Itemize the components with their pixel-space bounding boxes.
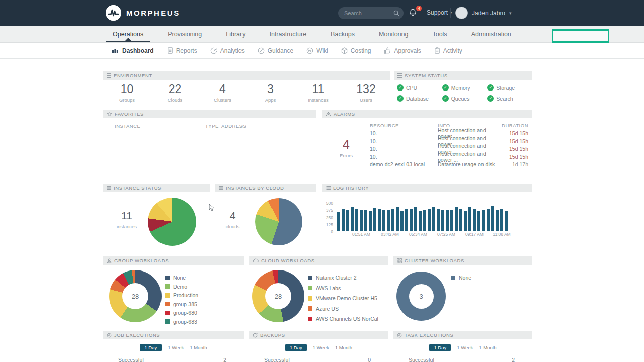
notifications-button[interactable]: 4	[409, 8, 420, 19]
tab-library[interactable]: Library	[219, 26, 252, 42]
stat-instances[interactable]: 11Instances	[294, 82, 342, 103]
log-bar	[482, 210, 485, 231]
y-tick-label: 125	[322, 222, 333, 227]
legend-item-nutanix-cluster-2[interactable]: Nutanix Cluster 2	[308, 275, 378, 281]
toggle-1-week[interactable]: 1 Week	[168, 345, 184, 350]
subnav-item-dashboard[interactable]: Dashboard	[112, 47, 154, 54]
subnav-item-costing[interactable]: Costing	[341, 47, 371, 54]
check-icon: ✓	[442, 95, 449, 102]
subnav-item-activity[interactable]: Activity	[434, 47, 462, 54]
stat-apps[interactable]: 3Apps	[247, 82, 294, 103]
log-bar	[432, 207, 435, 231]
legend-item-none[interactable]: None	[451, 275, 471, 281]
tab-label: Provisioning	[168, 31, 202, 38]
stat-groups[interactable]: 10Groups	[103, 82, 151, 103]
cloud-workloads-donut-chart[interactable]: 28	[252, 270, 304, 322]
alarms-panel-header: ALARMS	[322, 110, 532, 118]
morpheus-dashboard: MORPHEUS 4 Support ▾ Jaden Jabro ▾ Opera…	[0, 0, 644, 362]
panel-title: BACKUPS	[260, 332, 285, 338]
legend-item-vmware-demo-cluster-h5[interactable]: VMware Demo Cluster H5	[308, 295, 378, 301]
instance-status-pie-chart[interactable]	[148, 198, 196, 246]
legend-item-group-385[interactable]: group-385	[165, 301, 198, 307]
toggle-1-day[interactable]: 1 Day	[140, 344, 162, 351]
tab-monitoring[interactable]: Monitoring	[372, 26, 415, 42]
log-bar	[477, 211, 480, 231]
tab-administration[interactable]: Administration	[464, 26, 518, 42]
stat-label: Clouds	[151, 97, 199, 103]
legend-item-demo[interactable]: Demo	[165, 284, 198, 290]
tab-provisioning[interactable]: Provisioning	[160, 26, 209, 42]
legend-item-group-680[interactable]: group-680	[165, 310, 198, 316]
morpheus-logo[interactable]: MORPHEUS	[106, 5, 180, 21]
toggle-1-month[interactable]: 1 Month	[190, 345, 207, 350]
subnav-item-analytics[interactable]: Analytics	[210, 47, 245, 54]
legend-label: Nutanix Cluster 2	[316, 275, 357, 281]
legend-item-none[interactable]: None	[165, 275, 198, 281]
toggle-1-week[interactable]: 1 Week	[457, 345, 473, 350]
log-history-panel-title: LOG HISTORY	[333, 185, 369, 191]
subnav-item-guidance[interactable]: Guidance	[258, 47, 293, 54]
instance-status-panel-title: INSTANCE STATUS	[114, 185, 162, 191]
legend-label: group-385	[173, 301, 197, 307]
tab-operations[interactable]: Operations	[106, 26, 150, 42]
subnav-item-label: Dashboard	[122, 47, 154, 54]
search-input[interactable]	[344, 10, 393, 16]
stat-clouds[interactable]: 22Clouds	[151, 82, 199, 103]
alarm-info: Host connection and power ...	[438, 151, 499, 163]
stat-users[interactable]: 132Users	[342, 82, 390, 103]
subnav-item-reports[interactable]: Reports	[167, 47, 197, 54]
wiki-icon	[306, 47, 313, 54]
toggle-1-month[interactable]: 1 Month	[335, 345, 352, 350]
legend-swatch	[165, 319, 170, 324]
instances-by-cloud-pie-chart[interactable]	[255, 198, 302, 245]
legend-label: Demo	[173, 284, 187, 290]
toggle-1-day[interactable]: 1 Day	[285, 344, 307, 351]
legend-item-aws-channels-us-norcal[interactable]: AWS Channels US NorCal	[308, 316, 378, 322]
legend-label: group-680	[173, 310, 197, 316]
subnav-item-approvals[interactable]: Approvals	[384, 47, 421, 54]
favorites-panel-title: FAVORITES	[115, 111, 144, 117]
legend-label: group-683	[173, 319, 197, 325]
alarm-error-label: Errors	[336, 153, 356, 158]
group-workloads-donut-chart[interactable]: 28	[109, 270, 162, 322]
warning-icon	[326, 111, 331, 117]
cluster-workloads-donut-chart[interactable]: 3	[396, 272, 446, 321]
alarms-table: RESOURCEINFODURATION10.Host connection a…	[370, 122, 528, 168]
star-icon	[107, 111, 112, 117]
legend-item-azure-us[interactable]: Azure US	[308, 306, 378, 312]
subnav-item-label: Approvals	[394, 47, 421, 54]
legend-swatch	[451, 276, 455, 280]
alarm-row[interactable]: demo-dc2-esxi-03-localDatastore usage on…	[370, 161, 528, 169]
stat-clusters[interactable]: 4Clusters	[199, 82, 247, 103]
toggle-1-month[interactable]: 1 Month	[479, 345, 496, 350]
environment-stats: 10Groups22Clouds4Clusters3Apps11Instance…	[103, 82, 390, 103]
toggle-1-week[interactable]: 1 Week	[313, 345, 329, 350]
support-menu[interactable]: Support ▾	[427, 9, 452, 16]
legend-item-group-683[interactable]: group-683	[165, 319, 198, 325]
costing-icon	[341, 47, 348, 54]
tab-infrastructure[interactable]: Infrastructure	[262, 26, 313, 42]
cloud-workloads-legend: Nutanix Cluster 2AWS LabsVMware Demo Clu…	[308, 275, 378, 322]
log-bar	[496, 210, 499, 231]
search-box[interactable]	[338, 7, 404, 19]
cluster-workloads-panel-header: CLUSTER WORKLOADS	[393, 256, 532, 265]
instances-by-cloud-panel: INSTANCES BY CLOUD 4 clouds	[215, 184, 316, 251]
result-value: 2	[512, 357, 515, 362]
toggle-1-day[interactable]: 1 Day	[429, 344, 451, 351]
tab-label: Administration	[471, 31, 511, 38]
check-icon: ✓	[487, 95, 494, 102]
system-status-panel-title: SYSTEM STATUS	[405, 73, 448, 78]
legend-item-production[interactable]: Production	[165, 292, 198, 298]
time-range-toggle: 1 Day1 Week1 Month	[393, 344, 532, 351]
result-row: Successful0	[264, 357, 371, 362]
alarm-resource: 10.	[370, 130, 438, 136]
subnav-item-wiki[interactable]: Wiki	[306, 47, 328, 54]
status-queues: ✓Queues	[442, 95, 488, 102]
alarm-row[interactable]: 10.Host connection and power ...15d 15h	[370, 153, 528, 161]
log-history-bar-chart[interactable]	[337, 203, 511, 231]
tab-backups[interactable]: Backups	[324, 26, 362, 42]
user-menu[interactable]: Jaden Jabro ▾	[455, 7, 512, 19]
tab-tools[interactable]: Tools	[425, 26, 454, 42]
result-value: 2	[223, 357, 226, 362]
legend-item-aws-labs[interactable]: AWS Labs	[308, 285, 378, 291]
